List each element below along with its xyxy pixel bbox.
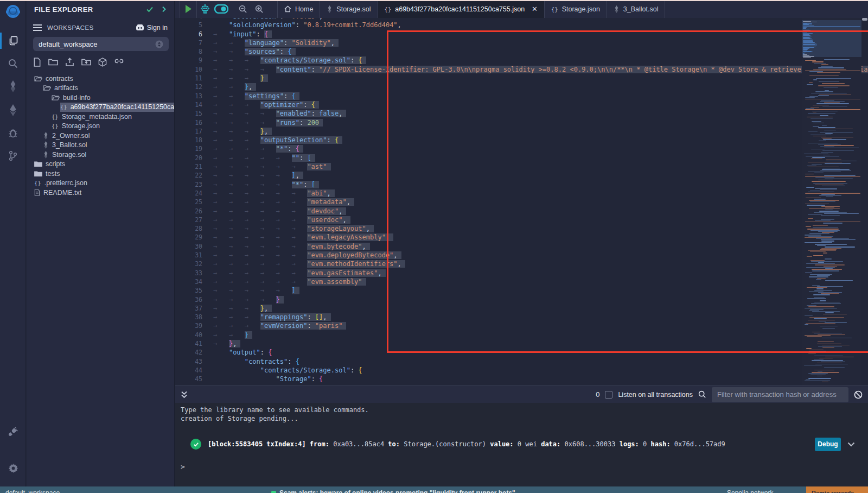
code-line-45[interactable]: 45 "Storage": { [175,375,868,383]
zoom-in-icon[interactable] [251,0,267,18]
code-line-22[interactable]: 22→ → → → → ], [175,171,868,180]
search-icon[interactable] [0,54,26,73]
code-line-37[interactable]: 37→ → → }, [175,304,868,313]
code-line-30[interactable]: 30→ → → → → → "evm.bytecode", [175,242,868,251]
code-line-19[interactable]: 19→ → → → "*": { [175,144,868,153]
code-line-5[interactable]: 5 "solcLongVersion": "0.8.19+commit.7dd6… [175,21,868,29]
code-line-31[interactable]: 31→ → → → → → "evm.deployedBytecode", [175,251,868,260]
code-line-23[interactable]: 23→ → → → → "*": [ [175,180,868,189]
debugger-icon[interactable] [0,124,26,142]
code-line-29[interactable]: 29→ → → → → → "evm.legacyAssembly", [175,233,868,242]
status-alert[interactable]: Scam alerts: beware of online videos pro… [271,489,515,493]
code-line-15[interactable]: 15→ → → → "enabled": false, [175,109,868,118]
tree-item-scripts[interactable]: scripts [27,160,174,169]
status-workspace[interactable]: default_workspace [5,489,60,493]
workspaces-menu-icon[interactable] [33,24,42,31]
terminal-prompt[interactable]: > [181,463,185,471]
tree-item-storage-sol[interactable]: Storage.sol [27,150,174,160]
tree-item-a69b43f277ba20fcac141151250ca7-[interactable]: {}a69b43f277ba20fcac141151250ca7... [27,103,174,112]
code-line-6[interactable]: 6→ "input": { [175,30,868,39]
code-line-44[interactable]: 44 "contracts/Storage.sol": { [175,366,868,375]
transaction-log-row[interactable]: [block:5583405 txIndex:4] from: 0xa03...… [190,433,863,455]
tree-item-storage-json[interactable]: {}Storage.json [27,122,174,131]
run-script-icon[interactable] [180,0,196,18]
code-line-41[interactable]: 41→ }, [175,339,868,348]
panel-expand-icon[interactable] [161,6,167,12]
tab-storage-json[interactable]: {}Storage.json [545,0,607,18]
code-line-8[interactable]: 8→ → "sources": { [175,47,868,56]
code-line-27[interactable]: 27→ → → → → → "userdoc", [175,216,868,224]
tree-item-artifacts[interactable]: artifacts [27,84,174,93]
transaction-filter-input[interactable] [712,387,848,402]
tx-expand-chevron-icon[interactable] [847,442,855,447]
sign-in-button[interactable]: Sign in [136,24,168,31]
code-line-13[interactable]: 13→ → "settings": { [175,92,868,100]
settings-gear-icon[interactable] [0,458,26,477]
code-line-39[interactable]: 39→ → → "evmVersion": "paris" [175,321,868,330]
tree-item-contracts[interactable]: contracts [27,74,174,84]
tree-item-readme-txt[interactable]: README.txt [27,188,174,198]
plugin-manager-icon[interactable] [0,422,26,441]
code-line-42[interactable]: 42 "output": { [175,348,868,357]
code-line-17[interactable]: 17→ → → }, [175,127,868,136]
tab-a69b43f277ba20fcac141151250ca755-json[interactable]: {}a69b43f277ba20fcac141151250ca755.json✕ [378,0,545,18]
code-line-24[interactable]: 24→ → → → → → "abi", [175,189,868,198]
code-line-34[interactable]: 34→ → → → → → "evm.assembly" [175,277,868,286]
code-line-33[interactable]: 33→ → → → → → "evm.gasEstimates", [175,269,868,277]
file-explorer-icon[interactable] [0,31,26,50]
ipfs-cube-icon[interactable] [98,58,107,67]
editor-scrollbar[interactable] [861,18,868,385]
remix-ai-robot-icon[interactable] [197,0,213,18]
git-icon[interactable] [0,147,26,165]
code-line-35[interactable]: 35→ → → → → ] [175,286,868,295]
tree-item--prettierrc-json[interactable]: {}.prettierrc.json [27,179,174,188]
status-network[interactable]: Sepolia network [727,489,773,493]
collapse-terminal-icon[interactable] [181,391,188,399]
code-line-32[interactable]: 32→ → → → → → "evm.methodIdentifiers", [175,260,868,268]
debug-button[interactable]: Debug [815,438,841,451]
code-line-11[interactable]: 11→ → → } [175,74,868,83]
code-line-9[interactable]: 9→ → → "contracts/Storage.sol": { [175,56,868,65]
code-line-18[interactable]: 18→ → → "outputSelection": { [175,136,868,144]
code-line-21[interactable]: 21→ → → → → → "ast" [175,162,868,171]
tab-3-ballot-sol[interactable]: 3_Ballot.sol [607,0,666,18]
status-orange-badge[interactable]: Remix rewards [806,486,868,493]
code-line-20[interactable]: 20→ → → → → "": [ [175,154,868,162]
code-line-28[interactable]: 28→ → → → → → "storageLayout", [175,224,868,233]
tree-item-storage-metadata-json[interactable]: {}Storage_metadata.json [27,112,174,122]
upload-folder-icon[interactable] [81,58,91,67]
code-line-40[interactable]: 40→ → } [175,331,868,339]
clear-console-icon[interactable] [854,390,863,399]
remix-logo-icon[interactable] [0,3,26,22]
minimap[interactable] [802,18,861,385]
close-tab-icon[interactable]: ✕ [532,5,538,13]
new-folder-icon[interactable] [48,58,58,67]
upload-file-icon[interactable] [65,58,74,67]
zoom-out-icon[interactable] [235,0,251,18]
tree-item-tests[interactable]: tests [27,169,174,179]
new-file-icon[interactable] [33,58,41,67]
code-line-7[interactable]: 7→ → "language": "Solidity", [175,39,868,47]
tab-storage-sol[interactable]: Storage.sol [320,0,378,18]
code-line-38[interactable]: 38→ → → "remappings": [], [175,313,868,321]
code-line-43[interactable]: 43 "contracts": { [175,357,868,366]
tree-item-3-ballot-sol[interactable]: 3_Ballot.sol [27,141,174,150]
code-line-10[interactable]: 10→ → → → "content": "// SPDX-License-Id… [175,65,868,74]
code-line-36[interactable]: 36→ → → → } [175,295,868,304]
tab-home[interactable]: Home [277,0,320,18]
tree-item-2-owner-sol[interactable]: 2_Owner.sol [27,131,174,141]
code-line-26[interactable]: 26→ → → → → → "devdoc", [175,207,868,216]
listen-checkbox[interactable] [605,391,612,399]
code-editor[interactable]: 4 "solcVersion": "0.8.19",5 "solcLongVer… [175,18,868,385]
workspace-dropdown[interactable]: default_workspace [33,37,169,51]
solidity-compiler-icon[interactable] [0,77,26,96]
code-line-12[interactable]: 12→ → }, [175,83,868,91]
terminal-search-icon[interactable] [698,390,706,399]
ai-toggle-icon[interactable] [213,0,229,18]
tree-item-build-info[interactable]: build-info [27,93,174,103]
code-line-16[interactable]: 16→ → → → "runs": 200 [175,118,868,127]
deploy-run-icon[interactable] [0,101,26,119]
code-line-25[interactable]: 25→ → → → → → "metadata", [175,198,868,206]
code-line-14[interactable]: 14→ → → "optimizer": { [175,100,868,109]
link-icon[interactable] [114,58,124,67]
